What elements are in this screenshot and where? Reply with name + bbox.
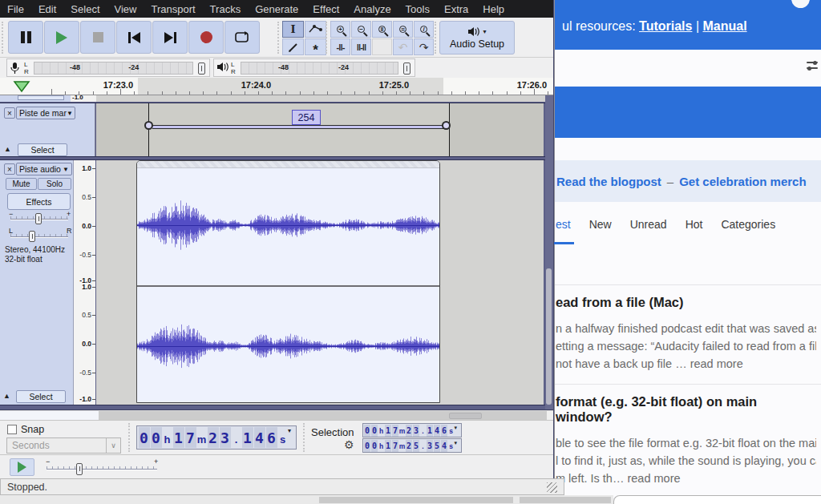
time-digit[interactable]: 5 [413, 440, 419, 452]
recording-level-slider[interactable] [198, 62, 205, 75]
zoom-to-selection-button[interactable]: ‖ [372, 21, 392, 38]
menu-item[interactable]: Tracks [210, 3, 241, 15]
menu-item[interactable]: Effect [313, 3, 339, 15]
topic-row[interactable]: format (e.g. 32-bit float) on main windo… [555, 385, 821, 499]
time-digit[interactable]: 5 [434, 440, 440, 452]
merch-link[interactable]: Get celebration merch [679, 175, 806, 188]
collapse-track-icon[interactable]: ▲ [3, 392, 10, 400]
zoom-out-button[interactable]: − [351, 21, 371, 38]
manual-link[interactable]: Manual [702, 19, 746, 33]
vertical-scrollbar[interactable] [545, 95, 553, 409]
audio-setup-button[interactable]: ▾ Audio Setup [439, 21, 515, 54]
time-field-caret[interactable]: ▾ [455, 425, 461, 431]
playback-level-slider[interactable] [403, 62, 410, 75]
menu-item[interactable]: View [115, 3, 137, 15]
topic-row[interactable]: ead from a file (Mac) n a halfway finish… [555, 285, 821, 385]
snap-unit-select[interactable]: Seconds ∨ [6, 437, 121, 454]
label-extent-bar[interactable] [152, 125, 446, 129]
speed-slider-thumb[interactable] [76, 463, 83, 475]
waveform-canvas-right[interactable] [137, 287, 439, 403]
toolbar-grip[interactable] [435, 22, 438, 54]
forum-tab[interactable]: est [556, 218, 571, 234]
menu-item[interactable]: File [7, 3, 24, 15]
undo-button[interactable]: ↶ [393, 38, 413, 55]
time-digit[interactable]: 2 [406, 425, 412, 437]
time-digit[interactable]: 3 [427, 440, 433, 452]
time-digit[interactable]: 4 [441, 440, 447, 452]
time-digit[interactable]: 1 [427, 425, 433, 437]
resize-grip[interactable] [547, 482, 557, 493]
time-digit[interactable]: 7 [185, 427, 196, 448]
play-button[interactable] [44, 21, 79, 54]
selection-start-field[interactable]: 00h17m23.146s▾ [362, 423, 462, 437]
horizontal-scrollbar-thumb[interactable] [449, 413, 482, 419]
menu-item[interactable]: Tools [406, 3, 430, 15]
clip-drag-handle[interactable] [137, 161, 439, 168]
time-digit[interactable]: 7 [392, 440, 398, 452]
forum-tab[interactable]: Hot [686, 218, 703, 234]
topic-title[interactable]: ead from a file (Mac) [556, 295, 816, 310]
time-digit[interactable]: 0 [371, 425, 378, 437]
forum-tab[interactable]: Categories [721, 218, 775, 234]
partial-select-button[interactable] [18, 95, 64, 100]
time-digit[interactable]: 4 [434, 425, 440, 437]
avatar[interactable] [791, 0, 810, 8]
skip-to-start-button[interactable] [116, 21, 152, 54]
timeline-ruler[interactable]: 17:23.017:24.017:25.017:26.0 [0, 78, 553, 95]
audio-track-select-button[interactable]: Select [16, 390, 66, 403]
label-track-select-button[interactable]: Select [18, 143, 67, 156]
time-digit[interactable]: 1 [385, 440, 391, 452]
time-field-caret[interactable]: ▾ [288, 427, 295, 434]
close-track-button[interactable]: × [4, 163, 15, 175]
draw-tool-button[interactable] [282, 38, 304, 55]
zoom-to-fit-button[interactable]: = [393, 21, 413, 38]
time-digit[interactable]: 1 [173, 427, 184, 448]
menu-item[interactable]: Select [71, 3, 99, 15]
stop-button[interactable] [80, 21, 115, 54]
label-text-box[interactable]: 254 [292, 110, 321, 125]
label-end-handle[interactable] [442, 121, 451, 130]
zoom-toggle-button[interactable]: / [414, 21, 434, 38]
envelope-tool-button[interactable] [305, 21, 326, 38]
toolbar-grip[interactable] [2, 22, 5, 54]
time-digit[interactable]: 0 [364, 425, 370, 437]
menu-item[interactable]: Transport [151, 3, 195, 15]
audio-position-field[interactable]: 00h17m23.146s▾ [136, 425, 297, 450]
label-track-content[interactable]: 254 [96, 103, 544, 156]
time-digit[interactable]: 3 [220, 427, 231, 448]
silence-audio-button[interactable]: ‖-‖ [351, 38, 371, 55]
time-digit[interactable]: 6 [266, 427, 277, 448]
time-digit[interactable]: 3 [413, 425, 419, 437]
gain-slider-thumb[interactable] [35, 213, 42, 224]
effects-button[interactable]: Effects [7, 193, 71, 210]
filter-sliders-icon[interactable] [807, 62, 818, 72]
mute-button[interactable]: Mute [6, 178, 37, 190]
pan-slider-thumb[interactable] [29, 231, 35, 242]
pan-slider-track[interactable] [10, 236, 68, 238]
redo-button[interactable]: ↷ [414, 38, 434, 55]
play-pin-icon[interactable] [13, 81, 30, 93]
label-track-title[interactable]: Piste de mar ▼ [16, 107, 75, 119]
toolbar-grip[interactable] [303, 423, 306, 452]
blogpost-link[interactable]: Read the blogpost [556, 175, 661, 188]
toolbar-grip[interactable] [326, 22, 329, 54]
play-at-speed-button[interactable] [10, 458, 34, 476]
skip-to-end-button[interactable] [152, 21, 188, 54]
collapse-track-icon[interactable]: ▲ [4, 145, 11, 153]
menu-item[interactable]: Analyze [354, 3, 390, 15]
time-digit[interactable]: 2 [406, 440, 412, 452]
time-digit[interactable]: 1 [385, 425, 391, 437]
time-digit[interactable]: 0 [364, 440, 370, 452]
forum-tab[interactable]: Unread [630, 218, 667, 234]
vertical-scale-ruler[interactable]: 1.00.50.0-0.5-1.01.00.50.0-0.5-1.0 [73, 160, 95, 405]
menu-item[interactable]: Edit [38, 3, 56, 15]
record-button[interactable] [188, 21, 224, 54]
multi-tool-button[interactable]: * [305, 38, 326, 55]
menu-item[interactable]: Help [483, 3, 504, 15]
waveform-area[interactable] [96, 160, 544, 405]
audio-track-title[interactable]: Piste audio ▼ [16, 163, 72, 175]
toolbar-grip[interactable] [277, 22, 281, 54]
playback-meter[interactable]: LR -48 -24 [213, 58, 415, 77]
time-digit[interactable]: 0 [371, 440, 378, 452]
time-digit[interactable]: 6 [441, 425, 447, 437]
